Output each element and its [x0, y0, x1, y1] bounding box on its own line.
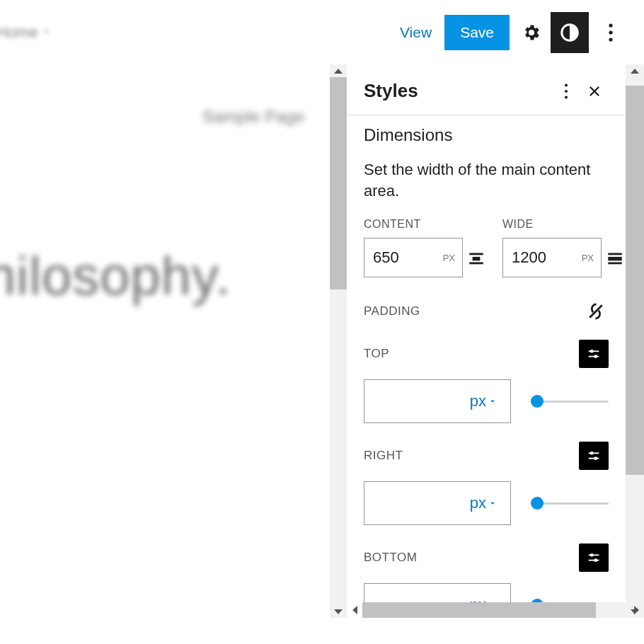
svg-point-26	[590, 553, 594, 557]
more-vertical-icon	[609, 23, 613, 42]
svg-point-20	[594, 355, 597, 359]
padding-right-unit-select[interactable]: px	[470, 494, 498, 512]
sliders-icon	[586, 346, 602, 362]
padding-right-block: RIGHTpx	[347, 427, 626, 529]
svg-rect-13	[608, 253, 622, 255]
svg-rect-15	[608, 263, 622, 265]
sliders-icon	[586, 448, 602, 464]
half-circle-icon	[559, 22, 580, 43]
padding-right-label: RIGHT	[364, 449, 579, 463]
canvas-nav[interactable]: Home	[0, 23, 387, 42]
section-header: Dimensions	[347, 115, 626, 151]
padding-top-unit-select[interactable]: px	[470, 392, 498, 410]
more-vertical-icon	[558, 84, 574, 99]
save-button[interactable]: Save	[444, 15, 510, 50]
content-width-field: CONTENT PX	[364, 218, 491, 277]
svg-point-22	[590, 452, 594, 455]
canvas-menu-link: Sample Page	[202, 107, 304, 127]
triangle-right-icon	[634, 606, 639, 614]
panel-close-button[interactable]	[580, 84, 609, 99]
settings-button[interactable]	[512, 13, 551, 52]
padding-bottom-label: BOTTOM	[364, 551, 579, 565]
close-icon	[587, 84, 602, 99]
triangle-up-icon	[631, 69, 639, 74]
width-controls-row: CONTENT PX WIDE PX	[347, 218, 626, 277]
top-toolbar: Home View Save	[0, 0, 644, 64]
padding-top-slider[interactable]	[531, 394, 609, 408]
wide-width-input[interactable]	[503, 248, 560, 267]
svg-rect-10	[469, 253, 483, 255]
section-title: Dimensions	[364, 125, 609, 145]
page-scroll-up[interactable]	[626, 64, 644, 77]
editor-canvas[interactable]: Sample Page hilosophy.	[0, 64, 347, 618]
sliders-icon	[586, 550, 602, 565]
svg-rect-12	[469, 263, 483, 265]
section-description: Set the width of the main content area.	[347, 151, 626, 218]
styles-panel: Styles Dimensions Set the width of the m…	[347, 64, 626, 618]
padding-top-input[interactable]: px	[364, 379, 511, 423]
panel-hscrollbar[interactable]	[347, 602, 644, 618]
content-width-unit[interactable]: PX	[443, 253, 455, 263]
panel-more-button[interactable]	[552, 84, 580, 99]
bottom-whitespace	[0, 618, 644, 644]
svg-point-1	[609, 23, 612, 27]
wide-width-unit[interactable]: PX	[582, 253, 594, 263]
canvas-content: Sample Page hilosophy.	[0, 64, 347, 618]
padding-top-body: px	[364, 379, 609, 423]
padding-top-label: TOP	[364, 347, 579, 361]
padding-right-slider[interactable]	[531, 496, 609, 510]
svg-rect-11	[473, 257, 481, 260]
svg-point-2	[609, 30, 612, 34]
panel-header: Styles	[347, 64, 626, 115]
view-link[interactable]: View	[387, 17, 444, 48]
padding-unlink-button[interactable]	[583, 299, 609, 324]
svg-point-24	[594, 457, 597, 461]
more-menu-button[interactable]	[592, 13, 630, 52]
padding-right-input[interactable]: px	[364, 481, 511, 525]
slider-thumb[interactable]	[531, 497, 544, 510]
padding-bottom-header: BOTTOM	[364, 544, 609, 572]
content-width-label: CONTENT	[364, 218, 491, 231]
wide-width-field: WIDE PX	[502, 218, 626, 277]
hscroll-left[interactable]	[347, 602, 362, 618]
triangle-left-icon	[352, 606, 357, 614]
svg-point-3	[609, 38, 612, 41]
chevron-down-icon	[35, 23, 53, 42]
wide-width-label: WIDE	[502, 218, 626, 231]
page-scrollbar-thumb[interactable]	[626, 86, 644, 475]
gear-icon	[522, 23, 541, 42]
padding-right-custom-button[interactable]	[579, 442, 609, 470]
svg-point-6	[565, 96, 568, 98]
panel-title: Styles	[364, 80, 552, 102]
svg-point-28	[594, 559, 597, 563]
svg-point-5	[565, 89, 568, 92]
canvas-hero-text: hilosophy.	[0, 245, 231, 306]
wide-width-input-wrap[interactable]: PX	[502, 238, 602, 277]
padding-sides-list: TOPpxRIGHTpxBOTTOMpxLEFT	[347, 326, 626, 618]
padding-right-body: px	[364, 481, 609, 525]
padding-top-block: TOPpx	[347, 326, 626, 427]
padding-bottom-custom-button[interactable]	[579, 544, 609, 572]
svg-rect-14	[608, 257, 622, 260]
styles-toggle-button[interactable]	[551, 12, 589, 53]
slider-thumb[interactable]	[531, 395, 544, 408]
nav-home-label: Home	[0, 23, 38, 42]
page-scrollbar-track[interactable]	[626, 64, 644, 618]
toolbar-actions: View Save	[387, 12, 630, 53]
svg-point-4	[565, 84, 568, 86]
padding-top-header: TOP	[364, 340, 609, 368]
padding-header: PADDING	[347, 277, 626, 326]
hscroll-thumb[interactable]	[362, 602, 596, 618]
padding-top-custom-button[interactable]	[579, 340, 609, 368]
svg-point-18	[590, 350, 594, 353]
content-width-input-wrap[interactable]: PX	[364, 238, 463, 277]
wide-align-icon	[606, 238, 626, 277]
content-width-input[interactable]	[364, 248, 421, 267]
padding-right-header: RIGHT	[364, 442, 609, 470]
content-align-icon	[467, 238, 491, 277]
padding-label: PADDING	[364, 304, 583, 318]
unlink-icon	[585, 301, 606, 322]
hscroll-right[interactable]	[628, 602, 644, 618]
